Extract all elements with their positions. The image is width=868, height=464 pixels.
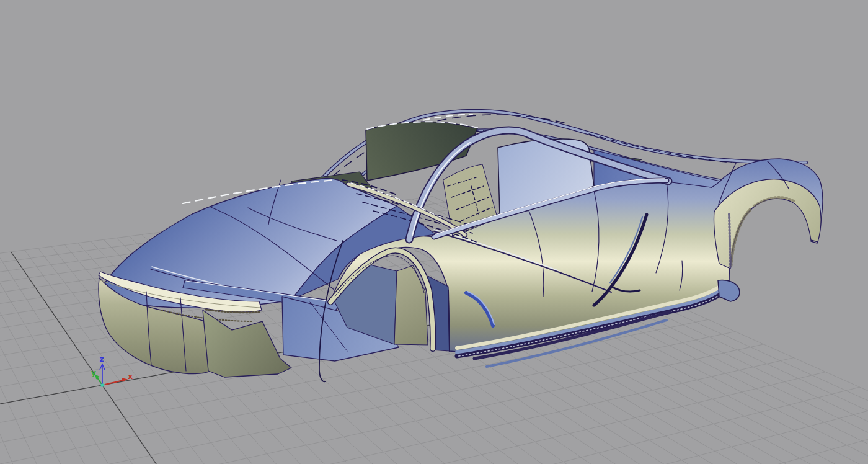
viewport-canvas[interactable]: z x y (0, 0, 868, 464)
quarter-seam-hatch (729, 214, 730, 267)
3d-viewport[interactable]: z x y (0, 0, 868, 464)
axis-label-y: y (91, 368, 96, 377)
axis-label-x: x (128, 372, 133, 381)
origin-marker (101, 384, 104, 387)
axis-label-z: z (100, 355, 104, 364)
